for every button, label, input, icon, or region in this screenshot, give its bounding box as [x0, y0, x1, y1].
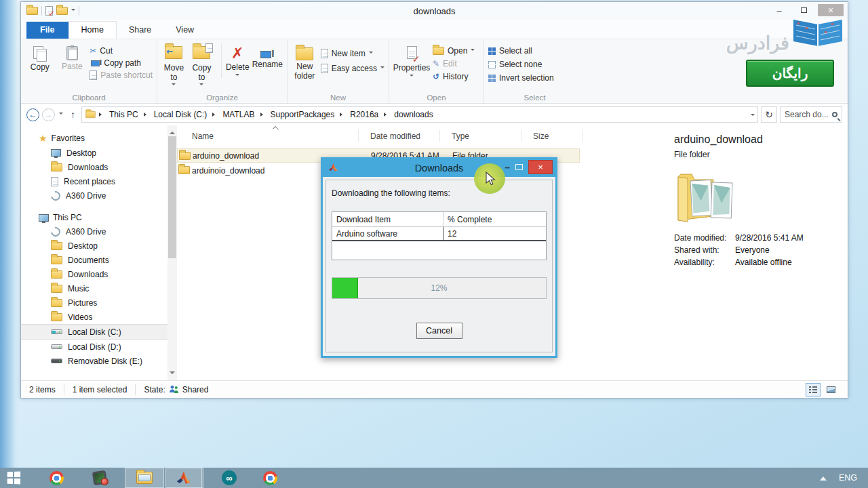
group-label-new: New: [288, 94, 389, 102]
paste-shortcut-button[interactable]: Paste shortcut: [90, 70, 153, 80]
ribbon-group-select: Select all Select none Invert selection …: [484, 39, 585, 103]
taskbar-arduino-button[interactable]: ∞: [215, 468, 243, 488]
thumbnails-view-button[interactable]: [823, 383, 838, 396]
sidebar-item-a360-drive-pc[interactable]: A360 Drive: [21, 224, 167, 239]
paste-button[interactable]: Paste: [58, 43, 87, 72]
check-icon: ✓: [48, 9, 55, 18]
crumb-matlab[interactable]: MATLAB: [220, 108, 257, 121]
new-folder-icon[interactable]: [56, 7, 68, 15]
easy-access-button[interactable]: Easy access: [321, 64, 384, 73]
sidebar-item-recent-places[interactable]: Recent places: [21, 174, 167, 188]
sidebar-item-pictures[interactable]: Pictures: [21, 296, 167, 310]
delete-button[interactable]: ✗ Delete: [221, 43, 250, 78]
sidebar-item-a360-drive[interactable]: A360 Drive: [21, 188, 167, 203]
minimize-button[interactable]: –: [769, 4, 789, 16]
copy-path-button[interactable]: Copy path: [90, 58, 153, 68]
chrome-icon: [50, 471, 64, 485]
properties-icon[interactable]: ✓: [45, 6, 53, 16]
scrollbar-thumb[interactable]: [168, 136, 176, 258]
select-all-icon: [488, 47, 496, 55]
crumb-this-pc[interactable]: This PC: [106, 108, 141, 121]
arduino-icon: ∞: [222, 470, 237, 485]
scroll-up-icon[interactable]: [170, 129, 175, 134]
download-row[interactable]: Arduino software 12: [332, 227, 546, 241]
wallpaper-strip: [0, 0, 19, 468]
history-button[interactable]: ↺ History: [433, 72, 475, 81]
sidebar-item-removable-disk-e[interactable]: Removable Disk (E:): [21, 354, 167, 368]
taskbar-matlab-button[interactable]: [165, 468, 203, 488]
taskbar-explorer-button[interactable]: [125, 468, 164, 488]
taskbar-chrome2-button[interactable]: [256, 468, 284, 488]
customize-qat-chevron-icon[interactable]: [71, 9, 75, 13]
tab-share[interactable]: Share: [117, 22, 163, 39]
language-indicator[interactable]: ENG: [839, 473, 857, 483]
crumb-r2016a[interactable]: R2016a: [347, 108, 381, 121]
tab-file[interactable]: File: [26, 22, 68, 39]
move-to-button[interactable]: ← Move to: [161, 43, 186, 87]
sidebar-item-downloads-pc[interactable]: Downloads: [21, 267, 167, 281]
back-button[interactable]: ←: [26, 108, 39, 121]
sidebar-item-desktop-pc[interactable]: Desktop: [21, 239, 167, 253]
sidebar-scrollbar[interactable]: [167, 125, 177, 380]
new-folder-button[interactable]: New folder: [292, 43, 318, 81]
close-button[interactable]: ×: [818, 4, 844, 16]
start-button[interactable]: [0, 468, 27, 488]
crumb-supportpackages[interactable]: SupportPackages: [268, 108, 338, 121]
field-value: Available offline: [735, 258, 792, 267]
dropdown-caret-icon: [369, 52, 373, 56]
sidebar-item-desktop[interactable]: Desktop: [21, 146, 167, 160]
search-input[interactable]: Search do...: [780, 106, 842, 123]
open-button[interactable]: Open: [433, 46, 475, 56]
cut-button[interactable]: ✂ Cut: [90, 46, 153, 56]
copy-button[interactable]: Copy: [25, 43, 55, 73]
videos-folder-icon: [51, 313, 62, 321]
properties-button[interactable]: ✓ Properties: [393, 43, 430, 79]
address-dropdown-icon[interactable]: [751, 114, 755, 118]
column-size[interactable]: Size: [533, 131, 549, 141]
column-headers: Name Date modified Type Size: [177, 127, 669, 144]
cancel-button[interactable]: Cancel: [416, 323, 462, 339]
breadcrumb[interactable]: This PC Local Disk (C:) MATLAB SupportPa…: [81, 106, 758, 123]
sidebar-item-videos[interactable]: Videos: [21, 310, 167, 324]
dialog-maximize-button[interactable]: [515, 164, 523, 170]
column-type[interactable]: Type: [452, 131, 469, 141]
select-all-button[interactable]: Select all: [488, 46, 554, 56]
dropdown-caret-icon: [235, 74, 239, 78]
history-dropdown-icon[interactable]: [59, 113, 63, 117]
dialog-title-bar[interactable]: Downloads – ×: [323, 159, 555, 177]
free-badge[interactable]: رایگان: [746, 60, 834, 87]
sidebar-item-music[interactable]: Music: [21, 281, 167, 296]
new-item-button[interactable]: New item: [321, 49, 384, 58]
forward-button[interactable]: →: [42, 108, 55, 121]
details-view-button[interactable]: [806, 383, 821, 396]
taskbar-chrome-button[interactable]: [42, 468, 71, 488]
crumb-downloads[interactable]: downloads: [391, 108, 435, 121]
sidebar-item-local-disk-c[interactable]: Local Disk (C:): [21, 324, 167, 340]
tab-view[interactable]: View: [163, 22, 206, 39]
dialog-minimize-button[interactable]: –: [505, 162, 510, 173]
maximize-button[interactable]: [793, 4, 814, 16]
refresh-button[interactable]: ↻: [761, 106, 777, 123]
scroll-down-icon[interactable]: [170, 371, 175, 377]
folder-icon[interactable]: [26, 7, 38, 15]
column-date-modified[interactable]: Date modified: [370, 131, 420, 141]
sidebar-item-documents[interactable]: Documents: [21, 253, 167, 267]
sidebar-item-downloads[interactable]: Downloads: [21, 160, 167, 174]
invert-selection-button[interactable]: Invert selection: [488, 73, 554, 83]
sidebar-section-this-pc[interactable]: This PC: [21, 211, 167, 224]
rename-button[interactable]: Rename: [252, 43, 283, 70]
column-name[interactable]: Name: [192, 131, 214, 141]
show-hidden-icons-chevron[interactable]: [820, 473, 827, 481]
tab-home[interactable]: Home: [68, 21, 117, 39]
copy-to-button[interactable]: Copy to: [189, 43, 214, 87]
copy-to-icon: [193, 46, 210, 62]
sidebar-item-local-disk-d[interactable]: Local Disk (D:): [21, 340, 167, 354]
sidebar-section-favorites[interactable]: ★ Favorites: [21, 131, 167, 146]
crumb-local-disk-c[interactable]: Local Disk (C:): [151, 108, 210, 121]
dialog-close-button[interactable]: ×: [528, 160, 553, 174]
dropdown-caret-icon: [199, 83, 203, 87]
edit-button[interactable]: ✎ Edit: [433, 59, 475, 68]
up-button[interactable]: ↑: [67, 109, 79, 120]
select-none-button[interactable]: Select none: [488, 60, 554, 69]
taskbar-recorder-button[interactable]: [85, 468, 114, 488]
